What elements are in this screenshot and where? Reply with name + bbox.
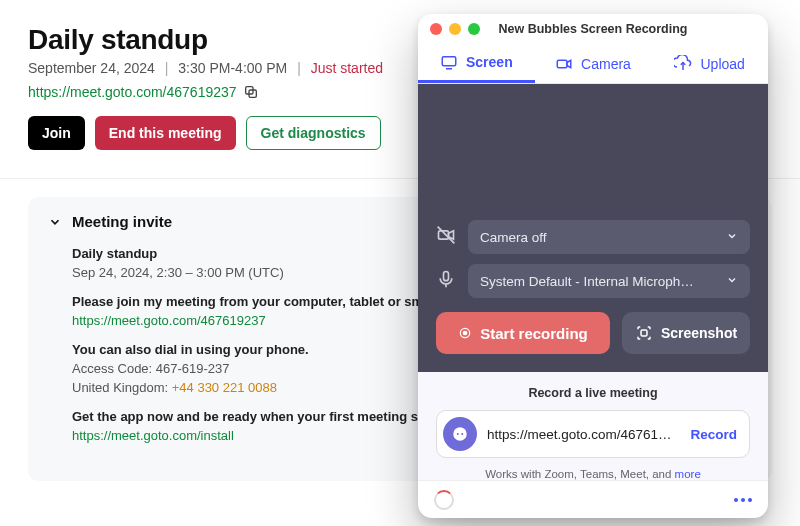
start-recording-button[interactable]: Start recording	[436, 312, 610, 354]
chevron-down-icon	[48, 215, 62, 229]
meeting-time: 3:30 PM-4:00 PM	[178, 60, 287, 76]
svg-point-13	[463, 331, 467, 335]
meeting-url[interactable]: https://meet.goto.com/467619237	[28, 84, 237, 100]
record-live-button[interactable]: Record	[686, 427, 741, 442]
chevron-down-icon	[726, 274, 738, 286]
dial-in-number[interactable]: +44 330 221 0088	[172, 380, 277, 395]
svg-rect-2	[442, 57, 456, 66]
country-label: United Kingdom:	[72, 380, 168, 395]
join-button[interactable]: Join	[28, 116, 85, 150]
minimize-dot[interactable]	[449, 23, 461, 35]
tab-camera[interactable]: Camera	[535, 44, 652, 83]
live-meeting-title: Record a live meeting	[436, 386, 750, 400]
microphone-icon	[436, 269, 456, 293]
tab-screen-label: Screen	[466, 54, 513, 70]
camera-select-value: Camera off	[480, 230, 547, 245]
works-with-text: Works with Zoom, Teams, Meet, and	[485, 468, 674, 480]
tab-camera-label: Camera	[581, 56, 631, 72]
screenshot-button[interactable]: Screenshot	[622, 312, 750, 354]
camera-icon	[555, 55, 573, 73]
mic-select-value: System Default - Internal Microphone (Bu…	[480, 274, 700, 289]
works-with-more-link[interactable]: more	[675, 468, 701, 480]
access-code-label: Access Code:	[72, 361, 152, 376]
window-title: New Bubbles Screen Recording	[499, 22, 688, 36]
invite-header: Meeting invite	[72, 213, 172, 230]
record-icon	[458, 326, 472, 340]
recorder-window: New Bubbles Screen Recording Screen Came…	[418, 14, 768, 518]
screen-icon	[440, 53, 458, 71]
close-dot[interactable]	[430, 23, 442, 35]
tab-upload[interactable]: Upload	[651, 44, 768, 83]
screenshot-icon	[635, 324, 653, 342]
meeting-date: September 24, 2024	[28, 60, 155, 76]
works-with: Works with Zoom, Teams, Meet, and more	[436, 468, 750, 480]
recorder-tabs: Screen Camera Upload	[418, 44, 768, 84]
more-menu-button[interactable]	[734, 498, 752, 502]
svg-marker-5	[567, 60, 571, 68]
mic-select[interactable]: System Default - Internal Microphone (Bu…	[468, 264, 750, 298]
separator: |	[297, 60, 301, 76]
get-diagnostics-button[interactable]: Get diagnostics	[246, 116, 381, 150]
svg-point-17	[461, 433, 463, 435]
screenshot-label: Screenshot	[661, 325, 737, 341]
tab-screen[interactable]: Screen	[418, 44, 535, 83]
end-meeting-button[interactable]: End this meeting	[95, 116, 236, 150]
titlebar: New Bubbles Screen Recording	[418, 14, 768, 44]
access-code-value: 467-619-237	[156, 361, 230, 376]
camera-select[interactable]: Camera off	[468, 220, 750, 254]
traffic-lights	[430, 23, 480, 35]
live-meeting-row: Record	[436, 410, 750, 458]
copy-icon[interactable]	[243, 84, 259, 100]
camera-off-icon	[436, 225, 456, 249]
action-row: Start recording Screenshot	[436, 312, 750, 354]
recorder-footer	[418, 480, 768, 518]
bubbles-logo-icon	[443, 417, 477, 451]
live-meeting-panel: Record a live meeting Record Works with …	[418, 372, 768, 480]
svg-point-15	[453, 427, 467, 441]
svg-rect-4	[557, 60, 567, 68]
loading-spinner-icon	[434, 490, 454, 510]
meeting-status: Just started	[311, 60, 383, 76]
svg-rect-10	[444, 272, 449, 281]
mic-control-row: System Default - Internal Microphone (Bu…	[436, 264, 750, 298]
svg-line-9	[438, 227, 455, 244]
zoom-dot[interactable]	[468, 23, 480, 35]
start-recording-label: Start recording	[480, 325, 588, 342]
camera-control-row: Camera off	[436, 220, 750, 254]
separator: |	[165, 60, 169, 76]
svg-rect-14	[641, 330, 647, 336]
upload-icon	[674, 55, 692, 73]
live-meeting-url-input[interactable]	[487, 427, 676, 442]
svg-point-16	[457, 433, 459, 435]
chevron-down-icon	[726, 230, 738, 242]
tab-upload-label: Upload	[700, 56, 744, 72]
preview-area: Camera off System Default - Internal Mic…	[418, 84, 768, 372]
